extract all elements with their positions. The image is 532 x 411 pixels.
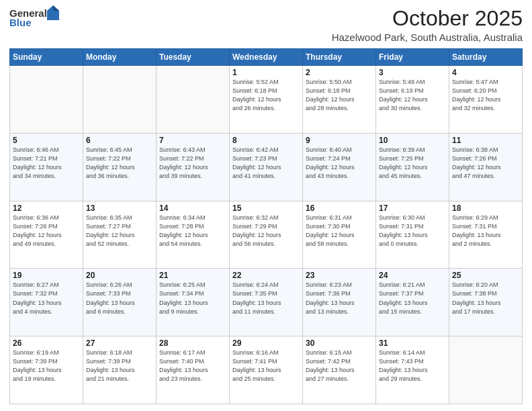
- table-row: 15Sunrise: 6:32 AM Sunset: 7:29 PM Dayli…: [230, 201, 303, 269]
- header-thursday: Thursday: [303, 49, 376, 66]
- day-info: Sunrise: 6:15 AM Sunset: 7:42 PM Dayligh…: [306, 349, 373, 383]
- day-number: 23: [306, 271, 373, 280]
- header-sunday: Sunday: [10, 49, 83, 66]
- day-info: Sunrise: 6:27 AM Sunset: 7:32 PM Dayligh…: [13, 281, 80, 316]
- day-info: Sunrise: 6:39 AM Sunset: 7:25 PM Dayligh…: [379, 146, 446, 181]
- day-number: 11: [452, 136, 519, 145]
- calendar-week-row: 1Sunrise: 5:52 AM Sunset: 6:18 PM Daylig…: [10, 66, 523, 134]
- table-row: 26Sunrise: 6:19 AM Sunset: 7:39 PM Dayli…: [10, 336, 83, 404]
- table-row: 28Sunrise: 6:17 AM Sunset: 7:40 PM Dayli…: [157, 336, 230, 404]
- day-info: Sunrise: 6:23 AM Sunset: 7:36 PM Dayligh…: [306, 281, 373, 316]
- day-number: 5: [13, 136, 80, 145]
- day-number: 4: [452, 68, 519, 77]
- table-row: 1Sunrise: 5:52 AM Sunset: 6:18 PM Daylig…: [230, 66, 303, 134]
- table-row: 10Sunrise: 6:39 AM Sunset: 7:25 PM Dayli…: [376, 133, 449, 201]
- day-number: 19: [13, 271, 80, 280]
- calendar-table: Sunday Monday Tuesday Wednesday Thursday…: [9, 48, 523, 404]
- table-row: 7Sunrise: 6:43 AM Sunset: 7:22 PM Daylig…: [157, 133, 230, 201]
- day-info: Sunrise: 6:16 AM Sunset: 7:41 PM Dayligh…: [232, 349, 300, 383]
- day-info: Sunrise: 6:30 AM Sunset: 7:31 PM Dayligh…: [379, 214, 446, 248]
- table-row: 11Sunrise: 6:38 AM Sunset: 7:26 PM Dayli…: [449, 133, 523, 201]
- table-row: 2Sunrise: 5:50 AM Sunset: 6:18 PM Daylig…: [303, 66, 376, 134]
- day-number: 6: [86, 136, 153, 145]
- table-row: 4Sunrise: 5:47 AM Sunset: 6:20 PM Daylig…: [449, 66, 523, 134]
- day-info: Sunrise: 6:36 AM Sunset: 7:26 PM Dayligh…: [13, 214, 80, 248]
- day-number: 31: [379, 338, 446, 348]
- day-info: Sunrise: 6:38 AM Sunset: 7:26 PM Dayligh…: [452, 146, 519, 181]
- day-number: 15: [232, 203, 300, 213]
- table-row: 20Sunrise: 6:26 AM Sunset: 7:33 PM Dayli…: [83, 269, 157, 336]
- day-info: Sunrise: 6:20 AM Sunset: 7:38 PM Dayligh…: [452, 281, 519, 316]
- day-number: 26: [13, 338, 80, 348]
- day-number: 3: [379, 68, 446, 77]
- day-info: Sunrise: 6:35 AM Sunset: 7:27 PM Dayligh…: [86, 214, 153, 248]
- header-tuesday: Tuesday: [157, 49, 230, 66]
- day-number: 17: [379, 203, 446, 213]
- day-number: 2: [306, 68, 373, 77]
- day-info: Sunrise: 5:52 AM Sunset: 6:18 PM Dayligh…: [232, 78, 300, 113]
- day-info: Sunrise: 6:14 AM Sunset: 7:43 PM Dayligh…: [379, 349, 446, 383]
- table-row: [10, 66, 83, 134]
- day-info: Sunrise: 6:46 AM Sunset: 7:21 PM Dayligh…: [13, 146, 80, 181]
- day-number: 28: [159, 338, 226, 348]
- day-number: 20: [86, 271, 153, 280]
- day-number: 29: [232, 338, 300, 348]
- table-row: 9Sunrise: 6:40 AM Sunset: 7:24 PM Daylig…: [303, 133, 376, 201]
- day-number: 14: [159, 203, 226, 213]
- calendar-week-row: 19Sunrise: 6:27 AM Sunset: 7:32 PM Dayli…: [10, 269, 523, 336]
- calendar-header-row: Sunday Monday Tuesday Wednesday Thursday…: [10, 49, 523, 66]
- table-row: 12Sunrise: 6:36 AM Sunset: 7:26 PM Dayli…: [10, 201, 83, 269]
- day-number: 22: [232, 271, 300, 280]
- calendar-week-row: 26Sunrise: 6:19 AM Sunset: 7:39 PM Dayli…: [10, 336, 523, 404]
- table-row: 6Sunrise: 6:45 AM Sunset: 7:22 PM Daylig…: [83, 133, 157, 201]
- location-title: Hazelwood Park, South Australia, Austral…: [332, 32, 523, 43]
- table-row: 29Sunrise: 6:16 AM Sunset: 7:41 PM Dayli…: [230, 336, 303, 404]
- day-info: Sunrise: 6:29 AM Sunset: 7:31 PM Dayligh…: [452, 214, 519, 248]
- day-number: 1: [232, 68, 300, 77]
- day-number: 16: [306, 203, 373, 213]
- table-row: 16Sunrise: 6:31 AM Sunset: 7:30 PM Dayli…: [303, 201, 376, 269]
- day-info: Sunrise: 6:32 AM Sunset: 7:29 PM Dayligh…: [232, 214, 300, 248]
- svg-marker-1: [53, 5, 59, 11]
- logo: General Blue: [9, 7, 59, 29]
- day-info: Sunrise: 6:24 AM Sunset: 7:35 PM Dayligh…: [232, 281, 300, 316]
- day-info: Sunrise: 6:21 AM Sunset: 7:37 PM Dayligh…: [379, 281, 446, 316]
- title-block: October 2025 Hazelwood Park, South Austr…: [332, 7, 523, 43]
- table-row: 31Sunrise: 6:14 AM Sunset: 7:43 PM Dayli…: [376, 336, 449, 404]
- calendar-week-row: 12Sunrise: 6:36 AM Sunset: 7:26 PM Dayli…: [10, 201, 523, 269]
- day-info: Sunrise: 5:49 AM Sunset: 6:19 PM Dayligh…: [379, 78, 446, 113]
- table-row: 25Sunrise: 6:20 AM Sunset: 7:38 PM Dayli…: [449, 269, 523, 336]
- day-info: Sunrise: 5:50 AM Sunset: 6:18 PM Dayligh…: [306, 78, 373, 113]
- table-row: 13Sunrise: 6:35 AM Sunset: 7:27 PM Dayli…: [83, 201, 157, 269]
- day-info: Sunrise: 6:42 AM Sunset: 7:23 PM Dayligh…: [232, 146, 300, 181]
- day-info: Sunrise: 6:45 AM Sunset: 7:22 PM Dayligh…: [86, 146, 153, 181]
- day-number: 27: [86, 338, 153, 348]
- day-info: Sunrise: 6:18 AM Sunset: 7:39 PM Dayligh…: [86, 349, 153, 383]
- table-row: 22Sunrise: 6:24 AM Sunset: 7:35 PM Dayli…: [230, 269, 303, 336]
- day-number: 9: [306, 136, 373, 145]
- day-info: Sunrise: 5:47 AM Sunset: 6:20 PM Dayligh…: [452, 78, 519, 113]
- calendar-week-row: 5Sunrise: 6:46 AM Sunset: 7:21 PM Daylig…: [10, 133, 523, 201]
- day-info: Sunrise: 6:25 AM Sunset: 7:34 PM Dayligh…: [159, 281, 226, 316]
- day-number: 10: [379, 136, 446, 145]
- day-info: Sunrise: 6:17 AM Sunset: 7:40 PM Dayligh…: [159, 349, 226, 383]
- month-title: October 2025: [332, 7, 523, 30]
- day-number: 18: [452, 203, 519, 213]
- table-row: 21Sunrise: 6:25 AM Sunset: 7:34 PM Dayli…: [157, 269, 230, 336]
- day-number: 12: [13, 203, 80, 213]
- header-monday: Monday: [83, 49, 157, 66]
- table-row: 23Sunrise: 6:23 AM Sunset: 7:36 PM Dayli…: [303, 269, 376, 336]
- logo-icon: [47, 5, 59, 20]
- table-row: [449, 336, 523, 404]
- day-number: 21: [159, 271, 226, 280]
- header-friday: Friday: [376, 49, 449, 66]
- table-row: 30Sunrise: 6:15 AM Sunset: 7:42 PM Dayli…: [303, 336, 376, 404]
- day-number: 13: [86, 203, 153, 213]
- table-row: 24Sunrise: 6:21 AM Sunset: 7:37 PM Dayli…: [376, 269, 449, 336]
- table-row: 17Sunrise: 6:30 AM Sunset: 7:31 PM Dayli…: [376, 201, 449, 269]
- logo-blue: Blue: [9, 17, 32, 29]
- day-info: Sunrise: 6:34 AM Sunset: 7:28 PM Dayligh…: [159, 214, 226, 248]
- table-row: 5Sunrise: 6:46 AM Sunset: 7:21 PM Daylig…: [10, 133, 83, 201]
- header-saturday: Saturday: [449, 49, 523, 66]
- day-number: 25: [452, 271, 519, 280]
